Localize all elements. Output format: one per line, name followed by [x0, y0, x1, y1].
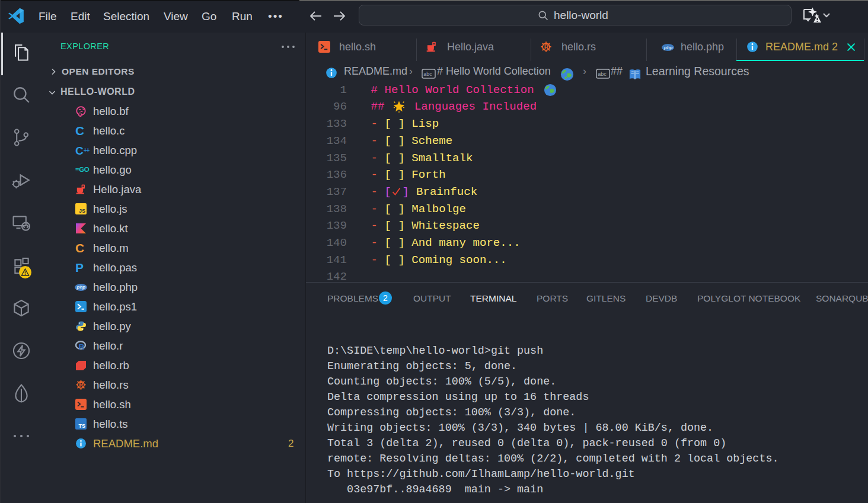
- svg-text:R: R: [79, 382, 84, 388]
- svg-text:R: R: [79, 342, 85, 351]
